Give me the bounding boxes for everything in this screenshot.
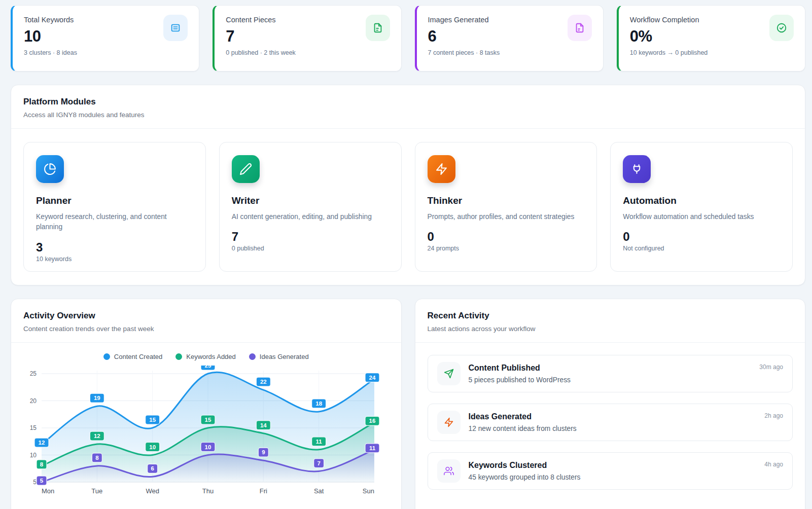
module-desc: Workflow automation and scheduled tasks: [623, 212, 780, 222]
module-value: 7: [232, 230, 389, 244]
module-sub: 10 keywords: [36, 256, 193, 263]
svg-text:Wed: Wed: [146, 487, 159, 495]
dashboard-page: Total Keywords 10 3 clusters · 8 ideas C…: [0, 0, 812, 509]
legend-item[interactable]: Content Created: [103, 353, 162, 360]
svg-text:14: 14: [260, 422, 267, 428]
module-value: 0: [623, 230, 780, 244]
activity-overview-header: Activity Overview Content creation trend…: [11, 299, 401, 343]
module-desc: AI content generation, editing, and publ…: [232, 212, 389, 222]
platform-modules-header: Platform Modules Access all IGNY8 module…: [11, 85, 805, 129]
stat-card-images-generated: Images Generated 6 7 content pieces · 8 …: [415, 5, 604, 71]
activity-list: Content Published 5 pieces published to …: [415, 343, 805, 502]
panel-title: Recent Activity: [428, 311, 793, 321]
activity-item-ideas-generated[interactable]: Ideas Generated 12 new content ideas fro…: [428, 404, 793, 441]
module-card-planner[interactable]: Planner Keyword research, clustering, an…: [23, 142, 206, 272]
svg-text:8: 8: [40, 461, 44, 467]
activity-line-chart: 510152025MonTueWedThuFriSatSun1219152522…: [19, 366, 380, 501]
svg-text:24: 24: [369, 375, 376, 381]
module-desc: Prompts, author profiles, and content st…: [428, 212, 585, 222]
modules-body: Planner Keyword research, clustering, an…: [11, 129, 805, 285]
stat-card-content-pieces: Content Pieces 7 0 published · 2 this we…: [213, 5, 401, 71]
legend-label: Keywords Added: [186, 353, 236, 360]
users-icon: [437, 459, 461, 483]
svg-text:15: 15: [149, 417, 156, 423]
activity-overview-panel: Activity Overview Content creation trend…: [11, 299, 402, 509]
chart-legend: Content CreatedKeywords AddedIdeas Gener…: [19, 353, 393, 360]
panel-title: Activity Overview: [23, 311, 389, 321]
legend-dot: [103, 353, 110, 360]
module-name: Thinker: [428, 195, 585, 206]
module-desc: Keyword research, clustering, and conten…: [36, 212, 193, 233]
module-sub: 24 prompts: [428, 245, 585, 252]
svg-text:6: 6: [151, 465, 154, 471]
svg-text:25: 25: [205, 366, 211, 369]
svg-text:11: 11: [369, 445, 376, 451]
stat-sub: 0 published · 2 this week: [226, 49, 390, 56]
module-value: 0: [428, 230, 585, 244]
zap-icon: [428, 155, 455, 183]
activity-timestamp: 4h ago: [764, 461, 783, 468]
activity-desc: 45 keywords grouped into 8 clusters: [469, 474, 581, 481]
chart-body: Content CreatedKeywords AddedIdeas Gener…: [11, 343, 401, 503]
stat-sub: 7 content pieces · 8 tasks: [428, 49, 592, 56]
activity-title: Content Published: [469, 363, 571, 373]
svg-text:12: 12: [39, 440, 45, 446]
activity-timestamp: 30m ago: [759, 363, 783, 371]
activity-desc: 12 new content ideas from clusters: [469, 425, 577, 432]
panel-subtitle: Access all IGNY8 modules and features: [23, 111, 793, 119]
activity-title: Ideas Generated: [469, 412, 577, 421]
activity-title: Keywords Clustered: [469, 461, 581, 470]
module-sub: 0 published: [232, 245, 389, 252]
svg-text:25: 25: [30, 370, 37, 377]
svg-text:8: 8: [95, 455, 99, 461]
activity-item-content-published[interactable]: Content Published 5 pieces published to …: [428, 355, 793, 392]
legend-label: Content Created: [114, 353, 162, 360]
stat-card-workflow-completion: Workflow Completion 0% 10 keywords → 0 p…: [617, 5, 805, 71]
svg-text:Thu: Thu: [202, 487, 214, 495]
send-icon: [437, 362, 461, 385]
svg-text:16: 16: [369, 418, 376, 424]
legend-item[interactable]: Keywords Added: [175, 353, 236, 360]
legend-dot: [175, 353, 182, 360]
activity-desc: 5 pieces published to WordPress: [469, 376, 571, 384]
file-text-icon: [366, 15, 390, 41]
svg-text:Tue: Tue: [91, 487, 102, 495]
check-circle-icon: [769, 15, 794, 41]
svg-text:7: 7: [317, 460, 320, 466]
svg-text:22: 22: [260, 379, 267, 385]
pie-chart-icon: [36, 155, 64, 183]
module-card-writer[interactable]: Writer AI content generation, editing, a…: [219, 142, 402, 272]
svg-text:9: 9: [262, 449, 265, 455]
svg-text:5: 5: [40, 478, 44, 484]
svg-text:10: 10: [205, 444, 211, 450]
svg-text:Fri: Fri: [260, 487, 267, 495]
zap-icon: [437, 411, 461, 434]
module-name: Writer: [232, 195, 389, 206]
legend-item[interactable]: Ideas Generated: [249, 353, 309, 360]
legend-label: Ideas Generated: [260, 353, 309, 360]
document-lines-icon: [163, 15, 188, 41]
module-name: Automation: [623, 195, 780, 206]
stat-sub: 10 keywords → 0 published: [630, 49, 794, 56]
svg-text:Mon: Mon: [42, 487, 54, 495]
plug-icon: [623, 155, 651, 183]
module-card-thinker[interactable]: Thinker Prompts, author profiles, and co…: [415, 142, 597, 272]
activity-text: Content Published 5 pieces published to …: [469, 363, 571, 384]
stat-card-total-keywords: Total Keywords 10 3 clusters · 8 ideas: [11, 5, 199, 71]
legend-dot: [249, 353, 256, 360]
panel-subtitle: Content creation trends over the past we…: [23, 325, 389, 333]
recent-activity-header: Recent Activity Latest actions across yo…: [415, 299, 805, 343]
activity-text: Ideas Generated 12 new content ideas fro…: [469, 412, 577, 432]
stat-sub: 3 clusters · 8 ideas: [24, 49, 188, 56]
recent-activity-panel: Recent Activity Latest actions across yo…: [415, 299, 806, 509]
platform-modules-panel: Platform Modules Access all IGNY8 module…: [11, 85, 805, 285]
activity-item-keywords-clustered[interactable]: Keywords Clustered 45 keywords grouped i…: [428, 452, 793, 490]
module-card-automation[interactable]: Automation Workflow automation and sched…: [610, 142, 793, 272]
svg-text:10: 10: [149, 444, 156, 450]
svg-text:20: 20: [30, 397, 37, 405]
panel-title: Platform Modules: [23, 97, 793, 107]
svg-text:19: 19: [94, 395, 100, 401]
svg-text:12: 12: [94, 433, 100, 439]
stats-row: Total Keywords 10 3 clusters · 8 ideas C…: [11, 5, 805, 71]
module-value: 3: [36, 240, 193, 254]
